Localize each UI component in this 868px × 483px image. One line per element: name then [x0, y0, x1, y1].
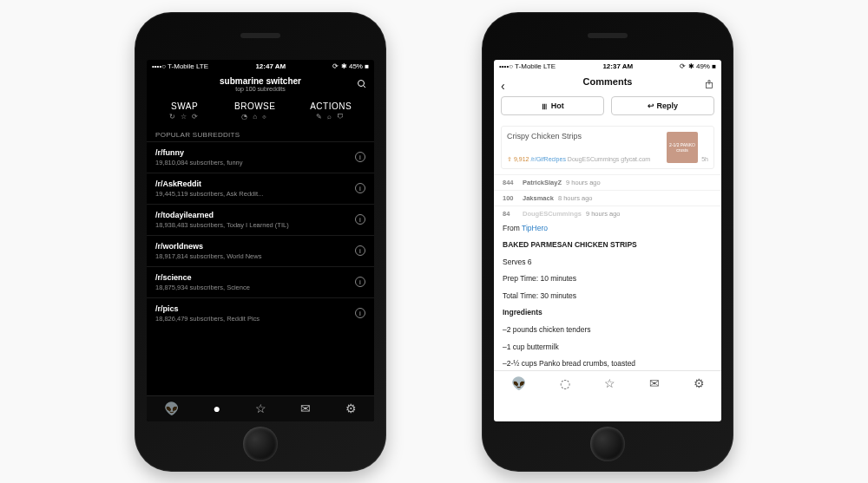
sort-reply-row: ⫼ Hot ↩ Reply [494, 91, 721, 121]
sort-hot-button[interactable]: ⫼ Hot [501, 96, 604, 115]
reply-button[interactable]: ↩ Reply [611, 96, 714, 115]
segment-browse[interactable]: BROWSE ◔ ⌂ ⟐ [234, 101, 275, 121]
subreddit-meta: 19,445,119 subscribers, Ask Reddit... [155, 190, 263, 198]
segment-actions[interactable]: ACTIONS ✎ ⌕ ⛉ [310, 101, 352, 121]
subreddit-meta: 18,938,483 subscribers, Today I Learned … [155, 221, 289, 229]
subreddit-name: /r/funny [155, 148, 242, 157]
tab-bar: 👽 ◌ ☆ ✉ ⚙ [494, 370, 721, 396]
list-item[interactable]: /r/AskReddit19,445,119 subscribers, Ask … [147, 173, 374, 204]
status-battery: ⟳ ✱ 49% ■ [680, 62, 716, 70]
screen-dark: ••••○ T-Mobile LTE 12:47 AM ⟳ ✱ 45% ■ su… [147, 60, 374, 421]
info-icon[interactable]: i [355, 183, 365, 193]
segment-label: BROWSE [234, 101, 275, 111]
share-icon[interactable] [704, 79, 714, 91]
post-score: ⇧ 9,912 [507, 156, 529, 162]
tab-star-icon[interactable]: ☆ [255, 401, 266, 415]
subreddit-name: /r/pics [155, 304, 260, 313]
subreddit-meta: 19,810,084 subscribers, funny [155, 159, 242, 166]
subreddit-meta: 18,826,479 subscribers, Reddit Pics [155, 315, 260, 323]
tab-mail-icon[interactable]: ✉ [300, 401, 311, 415]
comment-row[interactable]: 844PatrickSlayZ9 hours ago [494, 174, 721, 190]
recipe-total: Total Time: 30 minutes [503, 290, 713, 303]
comment-score: 100 [503, 194, 518, 202]
subreddit-meta: 18,917,814 subscribers, World News [155, 252, 261, 260]
list-item[interactable]: /r/funny19,810,084 subscribers, funnyi [147, 141, 374, 173]
tab-mail-icon[interactable]: ✉ [649, 376, 660, 390]
segment-icons: ✎ ⌕ ⛉ [310, 113, 352, 121]
info-icon[interactable]: i [355, 245, 365, 256]
comment-body: From TipHero BAKED PARMESAN CHICKEN STRI… [494, 221, 721, 370]
tab-browse-icon[interactable]: ● [214, 401, 220, 415]
comment-row[interactable]: 84DougESCummings9 hours ago [494, 206, 721, 221]
status-bar: ••••○ T-Mobile LTE 12:37 AM ⟳ ✱ 49% ■ [494, 60, 721, 74]
section-header: POPULAR SUBREDDITS [147, 124, 374, 141]
list-item[interactable]: /r/science18,875,934 subscribers, Scienc… [147, 266, 374, 297]
segment-label: ACTIONS [310, 101, 352, 111]
post-subreddit[interactable]: /r/GifRecipes [530, 156, 565, 162]
list-item[interactable]: /r/worldnews18,917,814 subscribers, Worl… [147, 235, 374, 266]
nav-bar: submarine switcher top 100 subreddits [147, 74, 374, 96]
info-icon[interactable]: i [355, 277, 365, 287]
subreddit-name: /r/worldnews [155, 242, 261, 251]
subreddit-name: /r/AskReddit [155, 179, 263, 188]
recipe-serves: Serves 6 [503, 257, 713, 269]
status-battery: ⟳ ✱ 45% ■ [332, 62, 369, 70]
tab-browse-icon[interactable]: ◌ [560, 376, 570, 390]
svg-line-1 [364, 85, 366, 88]
segment-control: SWAP ↻ ☆ ⟳ BROWSE ◔ ⌂ ⟐ ACTIONS ✎ ⌕ ⛉ [147, 96, 374, 124]
bars-icon: ⫼ [541, 101, 551, 110]
status-time: 12:37 AM [602, 62, 633, 70]
segment-icons: ↻ ☆ ⟳ [169, 113, 200, 121]
tab-gear-icon[interactable]: ⚙ [694, 376, 705, 390]
tab-bar: 👽 ● ☆ ✉ ⚙ [147, 395, 374, 421]
subreddit-meta: 18,875,934 subscribers, Science [155, 284, 250, 291]
info-icon[interactable]: i [355, 308, 365, 318]
comment-user: PatrickSlayZ [523, 179, 562, 186]
info-icon[interactable]: i [355, 152, 365, 162]
status-carrier: ••••○ T-Mobile LTE [152, 62, 208, 70]
reply-icon: ↩ [648, 101, 657, 110]
segment-swap[interactable]: SWAP ↻ ☆ ⟳ [169, 101, 200, 121]
tab-alien-icon[interactable]: 👽 [164, 401, 179, 415]
nav-bar: ‹ Comments [494, 74, 721, 91]
svg-point-0 [358, 80, 365, 86]
phone-frame-right: ••••○ T-Mobile LTE 12:37 AM ⟳ ✱ 49% ■ ‹ … [482, 12, 733, 472]
source-link[interactable]: TipHero [522, 224, 548, 232]
search-icon[interactable] [357, 79, 367, 91]
status-time: 12:47 AM [255, 62, 286, 70]
comment-user: Jaksmack [523, 194, 554, 202]
status-carrier: ••••○ T-Mobile LTE [499, 62, 556, 70]
ingredient-item: –2-½ cups Panko bread crumbs, toasted [503, 358, 713, 370]
page-title: Comments [494, 76, 721, 87]
list-item[interactable]: /r/pics18,826,479 subscribers, Reddit Pi… [147, 297, 374, 329]
back-icon[interactable]: ‹ [501, 79, 505, 93]
page-subtitle: top 100 subreddits [147, 86, 374, 92]
comment-row[interactable]: 100Jaksmack8 hours ago [494, 190, 721, 206]
status-bar: ••••○ T-Mobile LTE 12:47 AM ⟳ ✱ 45% ■ [147, 60, 374, 74]
info-icon[interactable]: i [355, 214, 365, 225]
screen-light: ••••○ T-Mobile LTE 12:37 AM ⟳ ✱ 49% ■ ‹ … [494, 60, 721, 421]
ingredient-item: –2 pounds chicken tenders [503, 324, 713, 336]
comment-user: DougESCummings [523, 210, 582, 218]
comment-score: 844 [503, 179, 518, 186]
phone-frame-left: ••••○ T-Mobile LTE 12:47 AM ⟳ ✱ 45% ■ su… [135, 12, 386, 472]
comment-age: 9 hours ago [586, 210, 621, 218]
subreddit-name: /r/science [155, 273, 250, 282]
segment-label: SWAP [169, 101, 200, 111]
list-item[interactable]: /r/todayilearned18,938,483 subscribers, … [147, 204, 374, 235]
comment-age: 9 hours ago [566, 179, 601, 186]
post-age: 5h [701, 156, 708, 162]
comment-score: 84 [503, 210, 518, 218]
comment-age: 8 hours ago [558, 194, 593, 202]
post-domain: gfycat.com [621, 156, 650, 162]
tab-gear-icon[interactable]: ⚙ [345, 401, 357, 415]
recipe-prep: Prep Time: 10 minutes [503, 273, 713, 285]
ingredients-label: Ingredients [503, 308, 542, 317]
tab-star-icon[interactable]: ☆ [604, 376, 615, 390]
recipe-heading: BAKED PARMESAN CHICKEN STRIPS [503, 240, 637, 249]
post-card[interactable]: 2-1/2 PANKO crusts Crispy Chicken Strips… [501, 126, 714, 169]
post-thumbnail[interactable]: 2-1/2 PANKO crusts [667, 132, 698, 163]
subreddit-list[interactable]: /r/funny19,810,084 subscribers, funnyi /… [147, 141, 374, 395]
segment-icons: ◔ ⌂ ⟐ [234, 113, 275, 121]
tab-alien-icon[interactable]: 👽 [511, 376, 526, 390]
